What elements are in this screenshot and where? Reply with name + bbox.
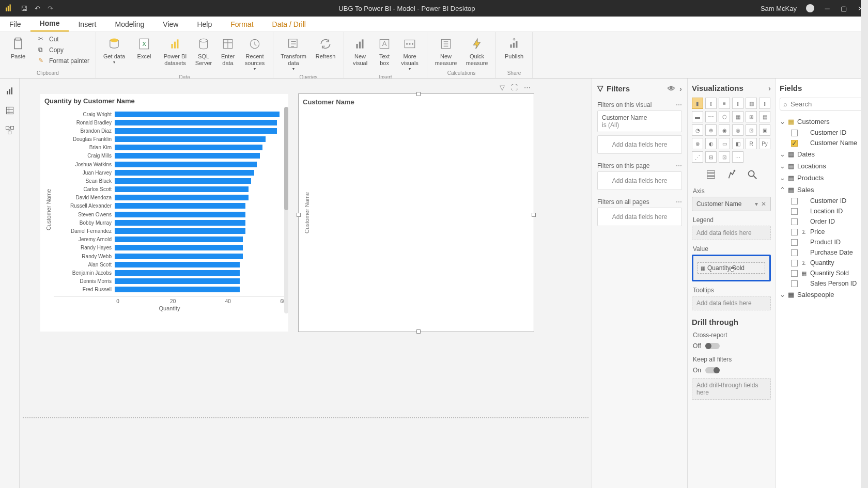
viz-type-icon[interactable]: ◧ (732, 138, 743, 149)
checkbox[interactable] (791, 208, 798, 215)
bar-row[interactable]: Russell Alexander (54, 202, 285, 210)
bar[interactable] (115, 136, 266, 142)
viz-type-icon[interactable]: ⫿ (705, 98, 717, 109)
bar[interactable] (115, 220, 245, 226)
bar-row[interactable]: Jeremy Arnold (54, 235, 285, 243)
viz-type-icon[interactable]: ⋰ (692, 151, 703, 163)
eye-icon[interactable]: 👁 (668, 84, 675, 93)
tab-insert[interactable]: Insert (69, 17, 105, 32)
avatar[interactable] (806, 4, 814, 12)
viz-type-icon[interactable]: 〰 (705, 111, 717, 122)
tab-file[interactable]: File (0, 17, 30, 32)
viz-type-icon[interactable]: ◎ (732, 124, 743, 136)
viz-type-icon[interactable]: ⊕ (705, 124, 717, 136)
tooltips-well[interactable]: Add data fields here (692, 296, 771, 310)
format-tab-icon[interactable] (726, 169, 737, 180)
bar-row[interactable]: Benjamin Jacobs (54, 269, 285, 277)
bar[interactable] (115, 203, 245, 209)
new-measure-button[interactable]: New measure (431, 34, 460, 68)
bar[interactable] (115, 278, 240, 284)
quick-measure-button[interactable]: Quick measure (462, 34, 491, 68)
bar-row[interactable]: Randy Hayes (54, 244, 285, 251)
bar-row[interactable]: Bobby Murray (54, 219, 285, 227)
bar-row[interactable]: Dennis Morris (54, 277, 285, 285)
maximize-icon[interactable]: ▢ (840, 5, 847, 12)
tab-view[interactable]: View (153, 17, 188, 32)
viz-type-icon[interactable]: ⊗ (692, 138, 703, 149)
tab-format[interactable]: Format (221, 17, 262, 32)
checkbox[interactable] (791, 270, 798, 277)
transform-data-button[interactable]: Transform data▾ (277, 34, 309, 73)
minimize-icon[interactable]: ─ (824, 5, 831, 12)
bar[interactable] (115, 254, 243, 259)
bar[interactable] (115, 287, 240, 292)
bar-row[interactable]: Brian Kim (54, 144, 285, 151)
viz-type-icon[interactable]: ⊡ (746, 124, 757, 136)
table-customers[interactable]: ⌄▦Customers (780, 116, 864, 128)
checkbox[interactable] (791, 218, 798, 225)
bar[interactable] (115, 178, 251, 184)
bar-row[interactable]: Douglas Franklin (54, 135, 285, 143)
bar[interactable] (115, 228, 245, 234)
data-view-icon[interactable] (5, 105, 15, 116)
chart-scrollbar[interactable] (284, 107, 288, 313)
viz-type-icon[interactable]: ⬡ (719, 111, 730, 122)
enter-data-button[interactable]: Enter data (217, 34, 239, 68)
more-visuals-button[interactable]: More visuals▾ (397, 34, 423, 73)
bar[interactable] (115, 162, 257, 167)
viz-type-icon[interactable]: ⫿ (759, 98, 770, 109)
new-visual-button[interactable]: New visual (348, 34, 372, 68)
bar-row[interactable]: Craig Wright (54, 111, 285, 118)
tab-modeling[interactable]: Modeling (105, 17, 153, 32)
focus-icon[interactable]: ⛶ (511, 84, 518, 91)
visual-filter-drop[interactable]: Add data fields here (597, 135, 682, 154)
bar[interactable] (115, 112, 280, 117)
paste-button[interactable]: Paste (4, 34, 32, 61)
field-item[interactable]: ΣQuantity (791, 258, 864, 268)
bar-row[interactable]: Craig Mills (54, 152, 285, 160)
bar-row[interactable]: Carlos Scott (54, 185, 285, 193)
bar[interactable] (115, 186, 249, 192)
bar-row[interactable]: Fred Russell (54, 286, 285, 293)
checkbox[interactable] (791, 229, 798, 235)
bar[interactable] (115, 153, 260, 159)
all-filter-drop[interactable]: Add data fields here (597, 208, 682, 226)
page-filter-drop[interactable]: Add data fields here (597, 171, 682, 190)
viz-type-icon[interactable]: ▮ (692, 98, 703, 109)
visual-bar-chart[interactable]: Quantity by Customer Name Customer Name … (40, 94, 288, 332)
excel-button[interactable]: XExcel (130, 34, 158, 61)
table-salespeople[interactable]: ⌄▦Salespeople (780, 289, 864, 301)
field-item[interactable]: Purchase Date (791, 247, 864, 258)
bar-row[interactable]: Sean Black (54, 177, 285, 185)
checkbox[interactable] (791, 249, 798, 256)
table-products[interactable]: ⌄▦Products (780, 172, 864, 184)
viz-type-icon[interactable]: ◔ (692, 124, 703, 136)
field-item[interactable]: Location ID (791, 206, 864, 216)
viz-type-icon[interactable]: ▥ (746, 98, 757, 109)
viz-type-icon[interactable]: ◐ (705, 138, 717, 149)
bar-row[interactable]: Brandon Diaz (54, 127, 285, 135)
bar[interactable] (115, 237, 243, 242)
checkbox[interactable] (791, 280, 798, 287)
viz-type-icon[interactable]: ▤ (759, 111, 770, 122)
checkbox[interactable] (791, 198, 798, 204)
bar[interactable] (115, 128, 277, 134)
checkbox[interactable] (791, 239, 798, 246)
field-item[interactable]: Customer ID (791, 196, 864, 206)
more-options-icon[interactable]: ⋯ (524, 84, 531, 91)
remove-icon[interactable]: ✕ (761, 200, 766, 208)
field-item[interactable]: Customer ID (791, 128, 864, 138)
more-icon[interactable]: ⋯ (676, 162, 682, 169)
viz-type-icon[interactable]: ⋯ (732, 151, 743, 163)
bar-row[interactable]: Juan Harvey (54, 169, 285, 177)
sql-server-button[interactable]: SQL Server (192, 34, 215, 68)
redo-icon[interactable]: ↷ (48, 5, 53, 12)
bar-row[interactable]: Randy Webb (54, 253, 285, 260)
bar[interactable] (115, 170, 254, 176)
collapse-icon[interactable]: › (679, 84, 682, 93)
legend-well[interactable]: Add data fields here (692, 226, 771, 240)
refresh-button[interactable]: Refresh (312, 34, 339, 61)
tab-data-drill[interactable]: Data / Drill (263, 17, 315, 32)
recent-sources-button[interactable]: Recent sources▾ (241, 34, 269, 73)
viz-type-icon[interactable]: ▦ (732, 111, 743, 122)
